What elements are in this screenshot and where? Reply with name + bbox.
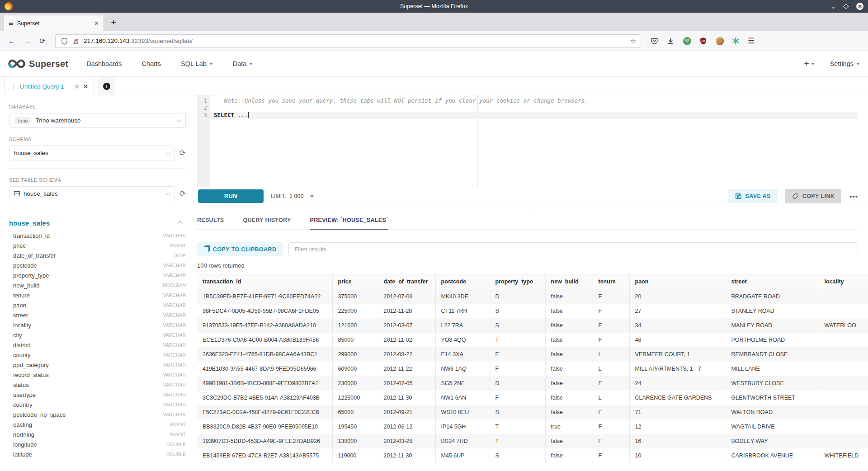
schema-column-row[interactable]: ppd_categoryVARCHAR: [9, 360, 186, 370]
run-button[interactable]: RUN: [198, 189, 264, 203]
insecure-lock-icon[interactable]: [72, 37, 80, 45]
settings-menu[interactable]: Settings: [830, 60, 860, 67]
schema-column-row[interactable]: northingBIGINT: [9, 429, 186, 439]
nav-item-charts[interactable]: Charts: [142, 60, 161, 67]
add-query-tab-button[interactable]: +: [98, 77, 115, 95]
results-tab-query-history[interactable]: QUERY HISTORY: [243, 213, 291, 230]
table-schema-label: SEE TABLE SCHEMA: [9, 177, 186, 183]
window-maximize-icon[interactable]: [843, 4, 849, 9]
cookie-extension-icon[interactable]: [715, 37, 724, 45]
table-name-heading[interactable]: house_sales: [9, 219, 179, 227]
superset-brand[interactable]: Superset: [8, 58, 68, 69]
url-bar[interactable]: 217.160.120.143:32393/superset/sqllab/ ☆: [55, 34, 641, 48]
table-row[interactable]: 419E1030-9A55-4467-8DA9-9FED95D659666090…: [197, 362, 868, 376]
browser-tab-superset[interactable]: ∞ Superset ✕: [4, 15, 104, 31]
reload-icon[interactable]: ⟳: [36, 37, 49, 45]
schema-column-row[interactable]: postcodeVARCHAR: [9, 260, 186, 270]
table-row[interactable]: 98F5DC47-0D05-4D59-95B7-98CA6F1FDE052250…: [197, 304, 868, 318]
shield-icon[interactable]: [60, 37, 68, 45]
table-row[interactable]: 499B1981-3B6B-4BCD-808F-9FED9802BFA12300…: [197, 376, 868, 391]
editor-code[interactable]: -- Note: Unless you save your query, the…: [210, 95, 858, 187]
schema-column-row[interactable]: cityVARCHAR: [9, 330, 186, 340]
schema-column-row[interactable]: property_typeVARCHAR: [9, 270, 186, 280]
pocket-icon[interactable]: [650, 37, 659, 45]
table-row[interactable]: 193907D3-5DBD-453D-A49E-9FEE27DAB9261380…: [197, 434, 868, 448]
schema-column-row[interactable]: new_buildBOOLEAN: [9, 280, 186, 290]
database-select[interactable]: trino Trino warehouse: [9, 113, 186, 128]
column-header-locality[interactable]: locality: [819, 274, 868, 289]
column-header-tenure[interactable]: tenure: [593, 274, 629, 289]
column-name: northing: [13, 431, 170, 438]
column-header-street[interactable]: street: [726, 274, 819, 289]
schema-column-row[interactable]: latitudeDOUBLE: [9, 449, 186, 459]
table-row[interactable]: ECE1D376-C9A6-4C00-B004-A380B189FA568500…: [197, 333, 868, 347]
copy-to-clipboard-button[interactable]: COPY TO CLIPBOARD: [197, 242, 283, 256]
schema-column-row[interactable]: longitudeDOUBLE: [9, 439, 186, 449]
schema-column-row[interactable]: paonVARCHAR: [9, 300, 186, 310]
schema-column-row[interactable]: tenureVARCHAR: [9, 290, 186, 300]
results-tab-results[interactable]: RESULTS: [197, 213, 224, 230]
menu-hamburger-icon[interactable]: ☰: [748, 36, 755, 46]
nav-item-data[interactable]: Data: [233, 60, 253, 67]
bookmark-star-icon[interactable]: ☆: [630, 37, 636, 45]
schema-column-row[interactable]: countryVARCHAR: [9, 400, 186, 410]
ublock-origin-icon[interactable]: uB: [699, 37, 708, 45]
schema-select[interactable]: house_sales: [9, 146, 175, 160]
schema-column-row[interactable]: date_of_transferDATE: [9, 250, 186, 260]
column-header-price[interactable]: price: [332, 274, 378, 289]
schema-column-row[interactable]: transaction_idVARCHAR: [9, 231, 186, 240]
table-row[interactable]: 2636F323-FF41-4765-81DB-98CAA6A43BC12990…: [197, 347, 868, 362]
table-row[interactable]: EB1459EB-67ED-47C8-B2E7-A38143AB55751190…: [197, 448, 868, 463]
privacy-badger-icon[interactable]: Ψ: [683, 37, 691, 45]
table-row[interactable]: 1B5C39ED-BE7F-41EF-9E71-9C60EED74A223750…: [197, 289, 868, 304]
drag-handle-icon[interactable]: ⋮: [10, 83, 16, 90]
schema-column-row[interactable]: localityVARCHAR: [9, 320, 186, 330]
table-row[interactable]: 91370533-19F5-47FE-B142-A380A8ADA2101210…: [197, 318, 868, 333]
table-row[interactable]: F5C273AC-0D2A-458F-8279-9C61F0C22EC66500…: [197, 405, 868, 419]
table-row[interactable]: BB8320C9-D82B-4B37-90E0-9FEE05095E101954…: [197, 419, 868, 434]
window-minimize-icon[interactable]: ⌄: [831, 3, 836, 10]
schema-column-row[interactable]: usertypeVARCHAR: [9, 390, 186, 400]
browser-tab-close-icon[interactable]: ✕: [94, 20, 99, 27]
column-header-transaction_id[interactable]: transaction_id: [197, 274, 332, 289]
nav-item-dashboards[interactable]: Dashboards: [86, 60, 122, 67]
add-new-button[interactable]: +: [804, 59, 814, 69]
schema-column-row[interactable]: record_statusVARCHAR: [9, 370, 186, 380]
window-close-icon[interactable]: ✕: [856, 3, 863, 10]
sql-editor[interactable]: 123 -- Note: Unless you save your query,…: [197, 95, 858, 187]
schema-column-row[interactable]: countyVARCHAR: [9, 350, 186, 360]
download-icon[interactable]: [666, 37, 675, 45]
query-tab-close-icon[interactable]: ✕: [83, 83, 88, 90]
results-tab-preview[interactable]: PREVIEW: `HOUSE_SALES`: [310, 213, 388, 230]
copy-link-button[interactable]: COPY LINK: [785, 189, 841, 203]
save-icon: [735, 193, 741, 199]
limit-dropdown[interactable]: LIMIT: 1 000: [271, 193, 314, 199]
save-as-button[interactable]: SAVE AS: [728, 189, 778, 203]
nav-item-sql-lab[interactable]: SQL Lab: [181, 60, 213, 67]
pane-resize-handle[interactable]: ··········: [191, 206, 868, 213]
schema-column-row[interactable]: postcode_no_spaceVARCHAR: [9, 410, 186, 419]
collapse-chevron-icon[interactable]: [178, 221, 183, 226]
column-header-postcode[interactable]: postcode: [435, 274, 490, 289]
column-header-new_build[interactable]: new_build: [545, 274, 593, 289]
column-header-date_of_transfer[interactable]: date_of_transfer: [378, 274, 435, 289]
forward-icon[interactable]: →: [21, 37, 33, 45]
schema-column-row[interactable]: statusVARCHAR: [9, 380, 186, 390]
more-actions-button[interactable]: •••: [849, 193, 858, 200]
schema-column-row[interactable]: districtVARCHAR: [9, 340, 186, 350]
column-header-paon[interactable]: paon: [629, 274, 726, 289]
query-tab[interactable]: ⋮ Untitled Query 1 ✕: [5, 77, 94, 95]
container-asterisk-icon[interactable]: [731, 37, 740, 45]
filter-results-input[interactable]: [288, 242, 858, 256]
table-schema-select[interactable]: house_sales: [9, 186, 175, 201]
schema-column-row[interactable]: priceBIGINT: [9, 240, 186, 250]
back-icon[interactable]: ←: [5, 37, 18, 45]
url-text[interactable]: 217.160.120.143:32393/superset/sqllab/: [84, 38, 627, 44]
refresh-schema-icon[interactable]: ⟳: [179, 148, 186, 158]
column-header-property_type[interactable]: property_type: [490, 274, 545, 289]
table-row[interactable]: 3C3C29DC-B7B2-4BE5-914A-A38123AF403B1225…: [197, 391, 868, 405]
refresh-table-icon[interactable]: ⟳: [179, 189, 186, 198]
new-browser-tab-button[interactable]: +: [107, 16, 120, 30]
schema-column-row[interactable]: eastingBIGINT: [9, 419, 186, 429]
schema-column-row[interactable]: streetVARCHAR: [9, 310, 186, 320]
